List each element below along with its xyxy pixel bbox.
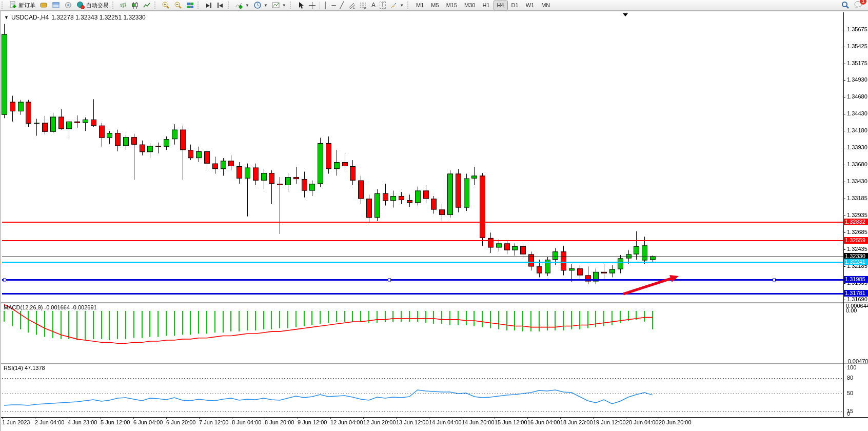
- candlestick-chart-icon: [131, 2, 139, 9]
- autotrading-label: 自动交易: [86, 2, 109, 9]
- templates-caret-icon: ▼: [282, 3, 286, 8]
- notifications-button[interactable]: 1: [854, 1, 863, 10]
- time-axis-label: 15 Jun 12:00: [495, 419, 527, 425]
- time-axis-label: 7 Jun 12:00: [199, 419, 229, 425]
- svg-text:F: F: [364, 7, 366, 9]
- toolbar-grip: [2, 2, 5, 9]
- arrows-button[interactable]: ▼: [388, 1, 406, 10]
- price-tag: 1.31985: [844, 276, 868, 283]
- price-axis-tick: 1.35675: [847, 26, 867, 32]
- time-axis-label: 4 Jun 23:00: [68, 419, 97, 425]
- cursor-button[interactable]: [295, 1, 306, 10]
- search-icon[interactable]: [841, 1, 850, 9]
- zoom-in-button[interactable]: [160, 1, 172, 10]
- sound-icon: [64, 1, 72, 9]
- sound-button[interactable]: [62, 1, 74, 10]
- chart-window: ▼ USDCAD-,H4 1.32278 1.32343 1.32251 1.3…: [0, 11, 868, 431]
- horizontal-line-icon: ─: [331, 2, 336, 8]
- fibonacci-icon: F: [360, 2, 367, 9]
- timeframe-H4[interactable]: H4: [494, 1, 508, 10]
- time-axis-label: 13 Jun 12:00: [396, 419, 429, 425]
- line-chart-button[interactable]: [141, 1, 153, 10]
- fibonacci-button[interactable]: F: [358, 1, 369, 10]
- zoom-in-icon: [162, 1, 170, 9]
- periods-clock-icon: [253, 1, 262, 9]
- toolbar-grip: [198, 2, 201, 9]
- chart-menu-icon[interactable]: ▼: [4, 15, 9, 20]
- macd-axis-tick: 0.00: [846, 307, 857, 314]
- vertical-line-button[interactable]: │: [322, 1, 330, 10]
- text-label-button[interactable]: T: [378, 1, 388, 10]
- price-tag: 1.31781: [844, 290, 868, 297]
- periods-button[interactable]: ▼: [251, 1, 270, 10]
- rsi-axis-tick: 100: [847, 364, 856, 370]
- timeframe-group: M1M5M15M30H1H4D1W1MN: [412, 1, 554, 10]
- tile-windows-icon: [186, 2, 194, 9]
- toolbar-separator: [320, 2, 320, 9]
- new-order-button[interactable]: 新订单: [7, 1, 37, 10]
- autotrading-button[interactable]: 自动交易: [74, 1, 111, 10]
- price-axis-tick: 1.34180: [847, 127, 867, 133]
- text-label-icon: T: [380, 2, 386, 9]
- time-axis-label: 18 Jun 23:00: [560, 419, 593, 425]
- price-axis-tick: 1.32935: [847, 212, 867, 218]
- text-button[interactable]: A: [369, 1, 378, 10]
- time-axis-label: 12 Jun 04:00: [330, 419, 363, 425]
- candlestick-chart-button[interactable]: [129, 1, 141, 10]
- price-axis-tick: 1.34930: [847, 76, 867, 83]
- crosshair-button[interactable]: [306, 1, 318, 10]
- new-order-icon: [9, 1, 17, 9]
- equidistant-channel-button[interactable]: E: [346, 1, 358, 10]
- zoom-out-button[interactable]: [172, 1, 184, 10]
- rsi-indicator-label: RSI(14) 47.1378: [4, 365, 45, 371]
- crosshair-icon: [308, 2, 316, 9]
- price-chart-canvas[interactable]: [1, 11, 868, 431]
- time-axis-label: 20 Jun 04:00: [626, 419, 659, 425]
- time-axis-label: 16 Jun 04:00: [527, 419, 560, 425]
- price-axis-tick: 1.33185: [847, 195, 867, 201]
- horizontal-line-button[interactable]: ─: [329, 1, 338, 10]
- price-axis-tick: 1.35175: [847, 60, 867, 66]
- time-axis-label: 20 Jun 20:00: [659, 419, 692, 425]
- price-axis-tick: 1.35425: [847, 43, 867, 49]
- timeframe-D1[interactable]: D1: [508, 1, 522, 10]
- timeframe-M15[interactable]: M15: [443, 1, 461, 10]
- timeframe-M5[interactable]: M5: [427, 1, 442, 10]
- toolbar-grip: [154, 2, 158, 9]
- indicators-caret-icon: ▼: [245, 3, 249, 8]
- toolbar-grip: [228, 2, 231, 9]
- notification-badge: 1: [860, 0, 866, 5]
- templates-button[interactable]: ▼: [270, 1, 288, 10]
- time-axis-label: 1 Jun 2023: [2, 419, 30, 425]
- time-axis-label: 8 Jun 20:00: [265, 419, 294, 425]
- trendline-button[interactable]: ╱: [338, 1, 346, 10]
- time-axis-label: 6 Jun 20:00: [166, 419, 196, 425]
- quotes-button[interactable]: [37, 1, 50, 10]
- indicators-button[interactable]: ▼: [233, 1, 251, 10]
- chart-shift-button[interactable]: [214, 1, 226, 10]
- timeframe-M1[interactable]: M1: [412, 1, 427, 10]
- auto-scroll-button[interactable]: [203, 1, 214, 10]
- timeframe-M30[interactable]: M30: [461, 1, 479, 10]
- rsi-axis-tick: 80: [847, 375, 853, 381]
- price-tag: 1.32241: [844, 259, 868, 265]
- rsi-axis-tick: 0: [847, 410, 850, 417]
- autotrading-icon: [76, 1, 85, 9]
- toolbar-grip: [112, 2, 116, 9]
- navigator-icon: [52, 1, 60, 9]
- toolbar-right-group: 1: [841, 1, 863, 10]
- tile-windows-button[interactable]: [184, 1, 196, 10]
- navigator-button[interactable]: [50, 1, 62, 10]
- macd-axis-tick: -0.004708: [846, 358, 868, 364]
- time-axis-label: 6 Jun 04:00: [133, 419, 163, 425]
- price-axis-tick: 1.34680: [847, 93, 867, 100]
- timeframe-H1[interactable]: H1: [479, 1, 493, 10]
- price-tag: 1.32832: [844, 219, 868, 225]
- time-axis-label: 14 Jun 20:00: [462, 419, 495, 425]
- bar-chart-button[interactable]: [117, 1, 129, 10]
- timeframe-W1[interactable]: W1: [522, 1, 538, 10]
- chart-ohlc-values: 1.32278 1.32343 1.32251 1.32330: [51, 14, 146, 21]
- timeframe-MN[interactable]: MN: [538, 1, 554, 10]
- main-toolbar: 新订单 自动交易: [0, 0, 868, 11]
- time-axis-label: 14 Jun 04:00: [429, 419, 462, 425]
